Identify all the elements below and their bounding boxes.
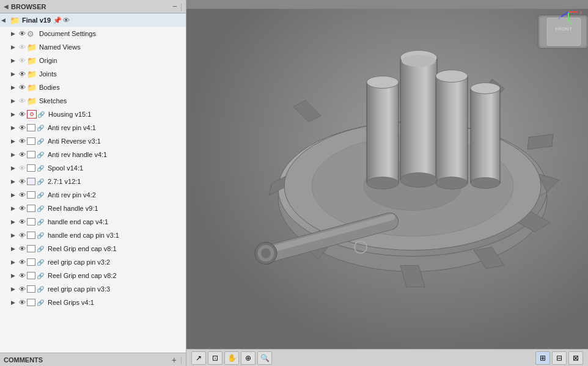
tree-item-named-views[interactable]: ▶ 👁 📁 Named Views	[0, 40, 186, 54]
tree-item-spool[interactable]: ▶ 👁 🔗 Spool v14:1	[0, 161, 186, 175]
item-link-9: 🔗	[37, 152, 46, 158]
tree-item-anti-rev-pin-2[interactable]: ▶ 👁 🔗 Anti rev pin v4:2	[0, 188, 186, 202]
item-body-17	[27, 258, 35, 266]
viewport-toolbar: ↗ ⊡ ✋ ⊕ 🔍 ⊞ ⊟ ⊠	[186, 349, 588, 366]
tree-item-reel-grip-cap-pin-2[interactable]: ▶ 👁 🔗 reel grip cap pin v3:2	[0, 255, 186, 269]
item-eye-17[interactable]: 👁	[17, 258, 27, 266]
tree-item-bodies[interactable]: ▶ 👁 📁 Bodies	[0, 81, 186, 94]
item-eye-9[interactable]: 👁	[17, 151, 27, 158]
tree-item-anti-reverse[interactable]: ▶ 👁 🔗 Anti Reverse v3:1	[0, 134, 186, 148]
item-body-8	[27, 137, 35, 145]
item-expand-5[interactable]: ▶	[9, 98, 17, 104]
item-eye-13[interactable]: 👁	[17, 205, 27, 212]
tree-item-handle-end-cap-pin[interactable]: ▶ 👁 🔗 handle end cap pin v3:1	[0, 229, 186, 242]
item-body-14	[27, 218, 35, 225]
item-expand-20[interactable]: ▶	[9, 299, 17, 306]
item-expand-13[interactable]: ▶	[9, 205, 17, 211]
item-eye-0[interactable]: 👁	[17, 30, 27, 37]
tool-fit-btn[interactable]: ⊡	[208, 351, 222, 365]
item-expand-14[interactable]: ▶	[9, 219, 17, 225]
item-link-18: 🔗	[37, 273, 46, 279]
item-label-1: Named Views	[38, 43, 81, 51]
tree-item-housing[interactable]: ▶ 👁 ⚙ 🔗 Housing v15:1	[0, 108, 186, 121]
tree-item-origin[interactable]: ▶ 👁 📁 Origin	[0, 54, 186, 67]
root-pin-icon[interactable]: 📌	[53, 16, 62, 24]
item-eye-19[interactable]: 👁	[17, 285, 27, 293]
item-eye-8[interactable]: 👁	[17, 137, 27, 145]
item-eye-2[interactable]: 👁	[17, 57, 27, 64]
item-expand-1[interactable]: ▶	[9, 44, 17, 50]
item-eye-3[interactable]: 👁	[17, 70, 27, 78]
tool-pan-btn[interactable]: ✋	[224, 351, 239, 365]
item-expand-11[interactable]: ▶	[9, 178, 17, 185]
item-label-9: Anti rev handle v4:1	[46, 151, 107, 158]
tree-item-sketches[interactable]: ▶ 👁 📁 Sketches	[0, 94, 186, 108]
item-label-11: 2.7:1 v12:1	[46, 178, 81, 185]
tree-item-reel-grip-end-cap-1[interactable]: ▶ 👁 🔗 Reel Grip end cap v8:1	[0, 242, 186, 255]
panel-minus-btn[interactable]: −	[171, 2, 179, 11]
item-expand-6[interactable]: ▶	[9, 111, 17, 117]
tree-item-anti-rev-handle[interactable]: ▶ 👁 🔗 Anti rev handle v4:1	[0, 148, 186, 161]
tree-root-row[interactable]: ◀ 📁 Final v19 📌 👁	[0, 13, 186, 27]
item-eye-5[interactable]: 👁	[17, 97, 27, 104]
tool-shaded-btn[interactable]: ⊞	[535, 351, 550, 365]
item-expand-16[interactable]: ▶	[9, 246, 17, 252]
tree-item-document-settings[interactable]: ▶ 👁 ⚙ Document Settings	[0, 27, 186, 40]
item-eye-7[interactable]: 👁	[17, 124, 27, 131]
tool-navigate-btn[interactable]: ↗	[191, 351, 206, 365]
item-expand-2[interactable]: ▶	[9, 57, 17, 64]
tree-item-reel-handle[interactable]: ▶ 👁 🔗 Reel handle v9:1	[0, 202, 186, 215]
item-eye-18[interactable]: 👁	[17, 272, 27, 279]
svg-point-28	[471, 178, 500, 189]
tree-item-anti-rev-pin-1[interactable]: ▶ 👁 🔗 Anti rev pin v4:1	[0, 121, 186, 134]
item-eye-15[interactable]: 👁	[17, 232, 27, 239]
tool-zoom-btn[interactable]: 🔍	[257, 351, 272, 365]
tree-item-joints[interactable]: ▶ 👁 📁 Joints	[0, 67, 186, 81]
root-expand-arrow[interactable]: ◀	[1, 17, 10, 23]
tree-area: ◀ 📁 Final v19 📌 👁 ▶ 👁 ⚙ Document Setting…	[0, 13, 186, 353]
svg-point-26	[367, 177, 399, 189]
svg-rect-21	[436, 76, 468, 183]
svg-rect-37	[547, 18, 581, 46]
item-eye-16[interactable]: 👁	[17, 245, 27, 252]
item-body-18	[27, 272, 35, 279]
viewport[interactable]: FRONT X Y Z ↗ ⊡ ✋ ⊕ 🔍 ⊞ ⊟ ⊠	[186, 0, 588, 366]
item-eye-1[interactable]: 👁	[17, 43, 27, 51]
item-expand-17[interactable]: ▶	[9, 259, 17, 265]
tree-item-reel-grip-end-cap-2[interactable]: ▶ 👁 🔗 Reel Grip end cap v8:2	[0, 269, 186, 282]
tree-item-2-7-ratio[interactable]: ▶ 👁 🔗 2.7:1 v12:1	[0, 175, 186, 188]
item-eye-20[interactable]: 👁	[17, 299, 27, 306]
item-expand-18[interactable]: ▶	[9, 273, 17, 279]
item-expand-10[interactable]: ▶	[9, 165, 17, 171]
item-eye-4[interactable]: 👁	[17, 84, 27, 91]
tree-item-reel-grips[interactable]: ▶ 👁 🔗 Reel Grips v4:1	[0, 296, 186, 309]
svg-point-25	[400, 173, 437, 188]
tool-orbit-btn[interactable]: ⊕	[241, 351, 255, 365]
item-expand-9[interactable]: ▶	[9, 152, 17, 158]
item-eye-10[interactable]: 👁	[17, 164, 27, 172]
tool-edges-btn[interactable]: ⊠	[568, 351, 583, 365]
item-expand-3[interactable]: ▶	[9, 71, 17, 77]
item-expand-8[interactable]: ▶	[9, 138, 17, 144]
item-expand-0[interactable]: ▶	[9, 31, 17, 37]
item-label-14: handle end cap v4:1	[46, 218, 108, 225]
comments-add-btn[interactable]: +	[172, 355, 177, 365]
item-eye-11[interactable]: 👁	[17, 178, 27, 185]
item-expand-15[interactable]: ▶	[9, 232, 17, 238]
tree-collapse-icon[interactable]: ◀	[4, 3, 9, 10]
svg-text:Z: Z	[558, 15, 561, 20]
root-eye-icon[interactable]: 👁	[63, 16, 70, 24]
item-expand-12[interactable]: ▶	[9, 192, 17, 198]
item-expand-4[interactable]: ▶	[9, 84, 17, 90]
item-folder-4: 📁	[27, 83, 38, 92]
tool-wireframe-btn[interactable]: ⊟	[552, 351, 567, 365]
item-eye-12[interactable]: 👁	[17, 191, 27, 199]
tree-item-reel-grip-cap-pin-3[interactable]: ▶ 👁 🔗 reel grip cap pin v3:3	[0, 282, 186, 296]
tree-item-handle-end-cap-1[interactable]: ▶ 👁 🔗 handle end cap v4:1	[0, 215, 186, 229]
item-eye-14[interactable]: 👁	[17, 218, 27, 225]
3d-model-view: FRONT X Y Z	[186, 0, 588, 366]
item-expand-19[interactable]: ▶	[9, 286, 17, 292]
item-expand-7[interactable]: ▶	[9, 125, 17, 131]
item-link-10: 🔗	[37, 165, 46, 172]
item-eye-6[interactable]: 👁	[17, 111, 27, 118]
